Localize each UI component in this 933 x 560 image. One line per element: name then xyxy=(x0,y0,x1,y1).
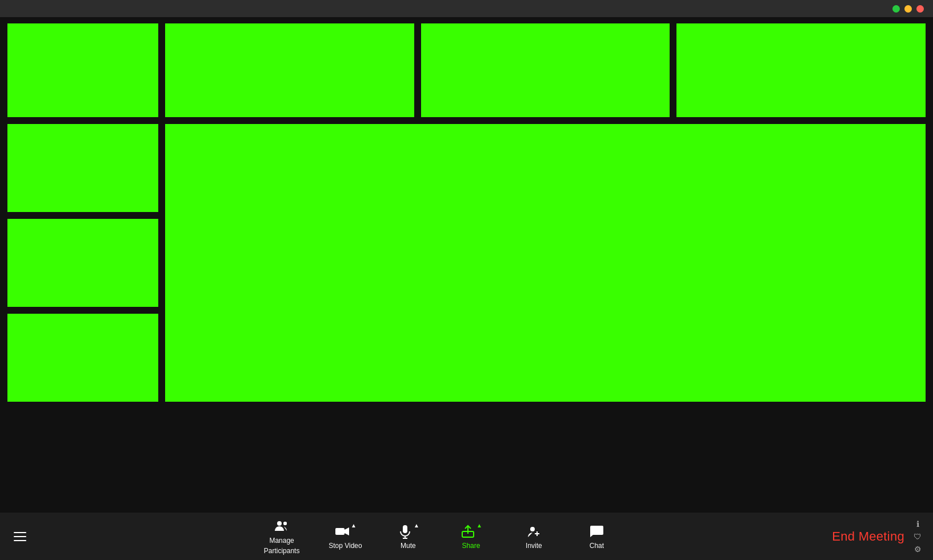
mute-chevron: ▲ xyxy=(414,522,419,529)
main-content xyxy=(0,17,933,513)
mic-icon xyxy=(397,523,413,539)
share-button[interactable]: ▲ Share xyxy=(454,523,488,550)
hamburger-line-3 xyxy=(14,540,26,541)
invite-label: Invite xyxy=(526,542,542,550)
mute-label: Mute xyxy=(401,542,416,550)
video-cell-large xyxy=(163,122,927,403)
chat-icon-group xyxy=(588,523,604,539)
video-cell-top-2 xyxy=(163,22,416,119)
hamburger-line-1 xyxy=(14,532,26,533)
svg-point-2 xyxy=(283,522,287,525)
mute-icon-group: ▲ xyxy=(397,523,419,539)
menu-button[interactable] xyxy=(11,530,29,543)
stop-video-button[interactable]: ▲ Stop Video xyxy=(328,523,362,550)
hamburger-line-2 xyxy=(14,536,26,537)
title-bar xyxy=(0,0,933,17)
share-chevron: ▲ xyxy=(476,522,482,529)
info-icon[interactable]: ℹ xyxy=(916,519,919,529)
window-red-button[interactable] xyxy=(916,5,924,13)
gear-icon[interactable]: ⚙ xyxy=(914,545,922,554)
svg-marker-4 xyxy=(345,527,349,535)
manage-participants-label2: Participants xyxy=(264,547,300,555)
toolbar-center: Manage Participants ▲ Stop Video xyxy=(46,518,832,555)
manage-participants-icon-group xyxy=(274,518,290,534)
invite-button[interactable]: Invite xyxy=(516,523,551,550)
video-cell-left-4 xyxy=(6,312,160,403)
chat-label: Chat xyxy=(590,542,604,550)
svg-point-10 xyxy=(530,527,535,531)
end-meeting-button[interactable]: End Meeting xyxy=(832,529,904,544)
stop-video-icon-group: ▲ xyxy=(334,523,357,539)
share-icon-group: ▲ xyxy=(460,523,482,539)
participants-icon xyxy=(274,518,290,534)
toolbar-left xyxy=(11,530,46,543)
stop-video-label: Stop Video xyxy=(329,542,362,550)
manage-participants-button[interactable]: Manage Participants xyxy=(264,518,300,555)
chat-icon xyxy=(588,523,604,539)
video-icon xyxy=(334,523,350,539)
video-cell-top-4 xyxy=(675,22,927,119)
window-controls xyxy=(892,5,924,13)
invite-icon-group xyxy=(526,523,542,539)
window-green-button[interactable] xyxy=(892,5,900,13)
invite-icon xyxy=(526,523,542,539)
share-label: Share xyxy=(462,542,480,550)
shield-icon[interactable]: 🛡 xyxy=(914,532,922,541)
top-row xyxy=(6,22,927,119)
mute-button[interactable]: ▲ Mute xyxy=(391,523,425,550)
chat-button[interactable]: Chat xyxy=(579,523,614,550)
svg-rect-5 xyxy=(403,525,407,533)
manage-participants-label: Manage xyxy=(269,537,294,545)
stop-video-chevron: ▲ xyxy=(351,522,357,529)
svg-rect-3 xyxy=(335,528,345,535)
settings-icons-group: ℹ 🛡 ⚙ xyxy=(914,519,922,554)
share-icon xyxy=(460,523,476,539)
video-cell-top-3 xyxy=(419,22,672,119)
video-cell-top-1 xyxy=(6,22,160,119)
video-cell-left-2 xyxy=(6,122,160,214)
toolbar: Manage Participants ▲ Stop Video xyxy=(0,513,933,560)
video-cell-left-3 xyxy=(6,217,160,309)
window-yellow-button[interactable] xyxy=(904,5,912,13)
video-grid xyxy=(6,22,927,508)
svg-point-0 xyxy=(277,521,282,526)
toolbar-right: End Meeting ℹ 🛡 ⚙ xyxy=(832,519,922,554)
